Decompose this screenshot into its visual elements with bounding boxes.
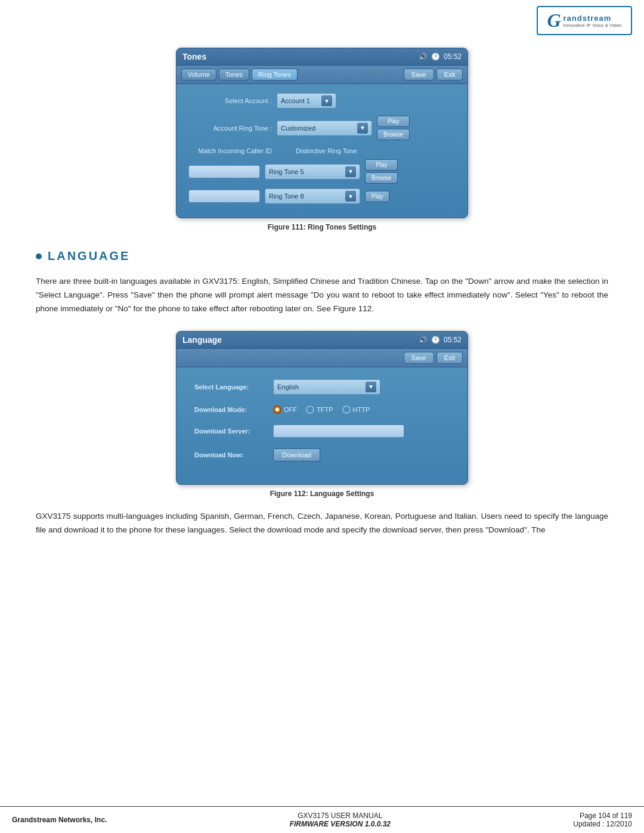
tones-panel: Tones 🔊 🕐 05:52 Volume Tones Ring Tones … xyxy=(176,48,468,218)
ring-tone-5-value: Ring Tone 5 xyxy=(269,168,304,175)
download-button[interactable]: Download xyxy=(273,448,320,462)
ring-tone-5-play-button[interactable]: Play xyxy=(365,159,398,171)
language-section-title: LANGUAGE xyxy=(48,249,130,263)
tones-panel-header: Tones 🔊 🕐 05:52 xyxy=(177,48,467,66)
match-caller-label: Match Incoming Caller ID xyxy=(188,147,272,154)
language-screenshot: Language 🔊 🕐 05:52 Save Exit Select Lang… xyxy=(36,331,608,498)
ring-tone-5-arrow[interactable]: ▼ xyxy=(345,166,356,177)
tones-panel-body-wrapper: Select Account : Account 1 ▼ Account Rin… xyxy=(177,84,467,218)
download-server-row: Download Server: xyxy=(194,425,450,438)
download-server-label: Download Server: xyxy=(194,428,266,435)
tones-screenshot: Tones 🔊 🕐 05:52 Volume Tones Ring Tones … xyxy=(36,48,608,231)
lang-panel-header: Language 🔊 🕐 05:52 xyxy=(177,332,467,349)
download-now-row: Download Now: Download xyxy=(194,448,450,462)
radio-http[interactable]: HTTP xyxy=(342,405,370,414)
ring-tone-8-select[interactable]: Ring Tone 8 ▼ xyxy=(265,188,360,204)
tab-ringtones[interactable]: Ring Tones xyxy=(252,69,298,80)
tones-panel-body: Select Account : Account 1 ▼ Account Rin… xyxy=(177,84,467,218)
section-bullet xyxy=(36,253,42,259)
distinctive-ring-label: Distinctive Ring Tone xyxy=(296,147,357,154)
body-text-2: GXV3175 supports multi-languages includi… xyxy=(36,510,608,537)
radio-off[interactable]: OFF xyxy=(273,405,297,414)
language-panel-body: Select Language: English ▼ Download Mode… xyxy=(177,367,467,484)
lang-panel-status: 🔊 🕐 05:52 xyxy=(419,336,462,344)
ringtone-dropdown-arrow[interactable]: ▼ xyxy=(357,123,368,134)
footer-firmware: FIRMWARE VERSION 1.0.0.32 xyxy=(290,820,391,828)
radio-off-dot xyxy=(275,408,279,411)
ringtone-select[interactable]: Customized ▼ xyxy=(277,120,372,136)
language-panel: Language 🔊 🕐 05:52 Save Exit Select Lang… xyxy=(176,331,468,485)
footer-updated: Updated : 12/2010 xyxy=(573,820,632,828)
download-mode-radio-group: OFF TFTP HTTP xyxy=(273,405,370,414)
footer-right: Page 104 of 119 Updated : 12/2010 xyxy=(573,812,632,828)
lang-time: 05:52 xyxy=(444,336,462,344)
lang-save-button[interactable]: Save xyxy=(404,352,434,364)
footer-company: Grandstream Networks, Inc. xyxy=(12,816,107,824)
caller-id-input-2[interactable] xyxy=(188,190,260,203)
language-body-text: There are three built-in languages avail… xyxy=(36,275,608,316)
tones-time: 05:52 xyxy=(444,52,462,61)
caller-id-header: Match Incoming Caller ID Distinctive Rin… xyxy=(188,147,456,154)
logo-area: G randstream Innovative IP Voice & Video xyxy=(537,6,632,42)
download-mode-row: Download Mode: OFF TFTP xyxy=(194,405,450,414)
ring-tone-8-row: Ring Tone 8 ▼ Play xyxy=(188,188,456,204)
ring-tone-8-play-button[interactable]: Play xyxy=(365,191,389,202)
caller-id-input-1[interactable] xyxy=(188,165,260,178)
select-account-label: Select Account : xyxy=(188,97,272,104)
radio-tftp[interactable]: TFTP xyxy=(306,405,333,414)
logo-letter: G xyxy=(547,10,561,32)
account-select[interactable]: Account 1 ▼ xyxy=(277,93,336,109)
clock-icon: 🕐 xyxy=(431,52,440,61)
ring-tone-5-btns: Play Browse xyxy=(365,159,398,184)
select-language-label: Select Language: xyxy=(194,383,266,391)
tab-volume[interactable]: Volume xyxy=(181,69,216,80)
footer-center: GXV3175 USER MANUAL FIRMWARE VERSION 1.0… xyxy=(290,812,391,828)
logo-brand: randstream xyxy=(564,14,622,23)
footer-manual: GXV3175 USER MANUAL xyxy=(290,812,391,820)
tones-panel-status: 🔊 🕐 05:52 xyxy=(419,52,462,61)
tones-exit-button[interactable]: Exit xyxy=(436,69,463,80)
ring-tone-5-browse-button[interactable]: Browse xyxy=(365,172,398,184)
save-exit-area: Save Exit xyxy=(404,69,463,80)
page-content: Tones 🔊 🕐 05:52 Volume Tones Ring Tones … xyxy=(0,0,644,564)
radio-tftp-label: TFTP xyxy=(317,406,333,413)
language-dropdown-arrow[interactable]: ▼ xyxy=(366,382,376,392)
footer-page: Page 104 of 119 xyxy=(573,812,632,820)
select-language-row: Select Language: English ▼ xyxy=(194,379,450,395)
figure-112-caption: Figure 112: Language Settings xyxy=(270,490,374,498)
lang-panel-tabs: Save Exit xyxy=(177,349,467,367)
download-now-label: Download Now: xyxy=(194,451,266,459)
tones-tabs: Volume Tones Ring Tones Save Exit xyxy=(177,66,467,84)
radio-tftp-circle xyxy=(306,405,314,414)
ringtone-value: Customized xyxy=(281,125,315,132)
figure-111-caption: Figure 111: Ring Tones Settings xyxy=(268,223,376,231)
language-select[interactable]: English ▼ xyxy=(273,379,380,395)
page-footer: Grandstream Networks, Inc. GXV3175 USER … xyxy=(0,806,644,833)
tones-save-button[interactable]: Save xyxy=(404,69,434,80)
radio-off-label: OFF xyxy=(284,406,297,413)
speaker-icon: 🔊 xyxy=(419,52,428,61)
language-value: English xyxy=(277,383,299,391)
lang-exit-button[interactable]: Exit xyxy=(436,352,463,364)
tab-tones[interactable]: Tones xyxy=(219,69,249,80)
logo-tagline: Innovative IP Voice & Video xyxy=(564,23,622,28)
account-dropdown-arrow[interactable]: ▼ xyxy=(321,95,332,106)
radio-off-circle xyxy=(273,405,281,414)
download-mode-label: Download Mode: xyxy=(194,406,266,413)
download-server-input[interactable] xyxy=(273,425,404,438)
ring-tone-8-btns: Play xyxy=(365,191,389,202)
ringtone-btns: Play Browse xyxy=(377,116,410,140)
tones-panel-title: Tones xyxy=(182,52,206,61)
logo-right: randstream Innovative IP Voice & Video xyxy=(564,14,622,28)
ring-tone-8-arrow[interactable]: ▼ xyxy=(345,191,356,202)
ring-tone-5-row: Ring Tone 5 ▼ Play Browse xyxy=(188,159,456,184)
lang-save-exit-area: Save Exit xyxy=(404,352,463,364)
ringtone-play-button[interactable]: Play xyxy=(377,116,410,127)
ringtone-browse-button[interactable]: Browse xyxy=(377,129,410,140)
account-ringtone-row: Account Ring Tone : Customized ▼ Play Br… xyxy=(188,116,456,140)
account-ringtone-label: Account Ring Tone : xyxy=(188,125,272,132)
radio-http-label: HTTP xyxy=(353,406,370,413)
lang-panel-title: Language xyxy=(182,335,222,345)
select-account-row: Select Account : Account 1 ▼ xyxy=(188,93,456,109)
ring-tone-5-select[interactable]: Ring Tone 5 ▼ xyxy=(265,164,360,179)
